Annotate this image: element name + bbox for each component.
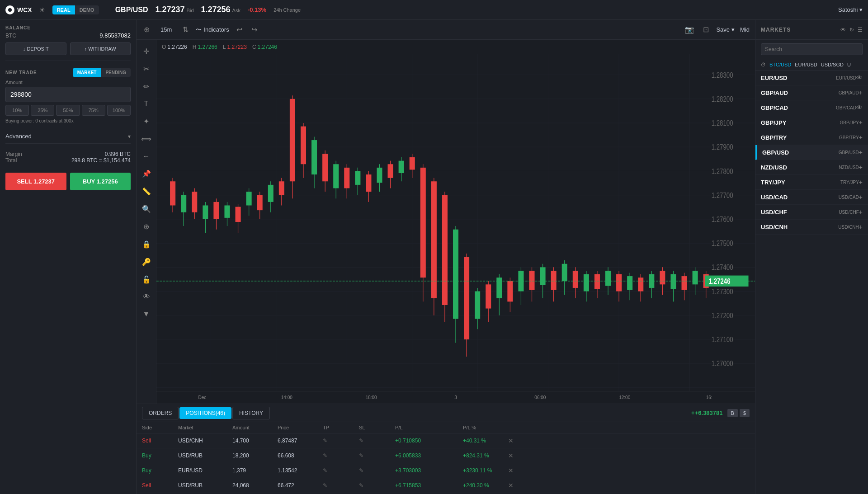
crosshair-tool-icon[interactable]: ✛ xyxy=(137,43,156,59)
pen-tool-icon[interactable]: ✏ xyxy=(137,79,156,94)
svg-text:1.28200: 1.28200 xyxy=(712,94,733,103)
cut-tool-icon[interactable]: ✂ xyxy=(137,61,156,77)
pnl-s-button[interactable]: $ xyxy=(740,409,750,417)
markets-search-input[interactable] xyxy=(761,43,863,55)
compare-icon[interactable]: ⇅ xyxy=(181,24,190,36)
eye-icon[interactable]: 👁 xyxy=(840,27,846,33)
filter-btcusd[interactable]: BTC/USD xyxy=(769,62,791,67)
chart-body: ✛ ✂ ✏ T ✦ ⟺ ← 📌 📏 🔍 ⊕ 🔒 🔑 🔓 👁 ▼ xyxy=(137,40,755,404)
close-row-icon[interactable]: ✕ xyxy=(508,467,526,474)
eye-tool-icon[interactable]: 👁 xyxy=(137,289,156,305)
withdraw-button[interactable]: ↑ WITHDRAW xyxy=(70,42,131,55)
node-tool-icon[interactable]: ⟺ xyxy=(137,131,156,147)
pct-75-button[interactable]: 75% xyxy=(82,105,105,116)
orders-tab[interactable]: ORDERS xyxy=(142,407,179,419)
mid-button[interactable]: Mid xyxy=(740,26,750,33)
zoom-tool-icon[interactable]: 🔍 xyxy=(137,201,156,217)
market-mode-button[interactable]: MARKET xyxy=(73,68,101,77)
sell-button[interactable]: SELL 1.27237 xyxy=(5,173,66,190)
market-item[interactable]: NZD/USD NZD/USD + xyxy=(755,160,868,175)
row-tp[interactable]: ✎ xyxy=(323,467,359,474)
market-name: EUR/USD xyxy=(761,75,833,81)
row-side: Sell xyxy=(142,438,178,444)
save-button[interactable]: Save ▾ xyxy=(716,26,735,33)
svg-rect-56 xyxy=(344,168,349,188)
pct-100-button[interactable]: 100% xyxy=(107,105,131,116)
close-row-icon[interactable]: ✕ xyxy=(508,482,526,489)
row-sl[interactable]: ✎ xyxy=(359,438,395,444)
pct-25-button[interactable]: 25% xyxy=(31,105,54,116)
add-market-icon[interactable]: + xyxy=(859,164,863,171)
undo-icon[interactable]: ↩ xyxy=(235,24,244,36)
add-market-icon[interactable]: + xyxy=(859,223,863,231)
refresh-icon[interactable]: ↻ xyxy=(849,27,854,33)
add-market-icon[interactable]: + xyxy=(859,134,863,141)
market-item[interactable]: USD/CHF USD/CHF + xyxy=(755,205,868,220)
advanced-row[interactable]: Advanced ▾ xyxy=(5,129,131,144)
user-menu[interactable]: Satoshi ▾ xyxy=(838,6,863,13)
menu-icon[interactable]: ☰ xyxy=(858,27,863,33)
pnl-b-button[interactable]: B xyxy=(727,409,738,417)
bid-label: Bid xyxy=(187,8,194,13)
market-item[interactable]: GBP/JPY GBP/JPY + xyxy=(755,115,868,130)
lock-closed-icon[interactable]: 🔒 xyxy=(137,236,156,252)
lock-key-icon[interactable]: 🔑 xyxy=(137,254,156,270)
row-sl[interactable]: ✎ xyxy=(359,482,395,489)
row-tp[interactable]: ✎ xyxy=(323,482,359,489)
lock-open-icon[interactable]: 🔓 xyxy=(137,272,156,287)
timeframe-button[interactable]: 15m xyxy=(157,24,175,35)
magnet-tool-icon[interactable]: ⊕ xyxy=(137,219,156,235)
chart-canvas-wrap[interactable]: 1.28300 1.28200 1.28100 1.27900 1.27800 … xyxy=(156,54,755,391)
add-market-icon[interactable]: + xyxy=(859,149,863,156)
real-mode-button[interactable]: REAL xyxy=(52,5,75,14)
market-item[interactable]: GBP/AUD GBP/AUD + xyxy=(755,85,868,100)
sun-icon[interactable]: ☀ xyxy=(39,6,45,14)
pct-50-button[interactable]: 50% xyxy=(56,105,80,116)
text-tool-icon[interactable]: T xyxy=(137,96,156,112)
market-item[interactable]: GBP/USD GBP/USD + xyxy=(755,145,868,160)
arrow-tool-icon[interactable]: ← xyxy=(137,149,156,164)
watch-market-icon[interactable]: 👁 xyxy=(856,74,863,81)
positions-tab[interactable]: POSITIONS(46) xyxy=(179,407,231,419)
indicators-button[interactable]: 〜 Indicators xyxy=(196,26,229,34)
close-row-icon[interactable]: ✕ xyxy=(508,437,526,444)
add-market-icon[interactable]: + xyxy=(859,119,863,126)
expand-icon[interactable]: ▼ xyxy=(137,306,156,322)
pct-10-button[interactable]: 10% xyxy=(5,105,29,116)
add-market-icon[interactable]: + xyxy=(859,179,863,186)
deposit-button[interactable]: ↓ DEPOSIT xyxy=(5,42,66,55)
amount-input[interactable] xyxy=(5,87,131,102)
filter-eurusd[interactable]: EUR/USD xyxy=(795,62,817,67)
market-item[interactable]: TRY/JPY TRY/JPY + xyxy=(755,175,868,190)
redo-icon[interactable]: ↪ xyxy=(250,24,259,36)
market-item[interactable]: EUR/USD EUR/USD 👁 xyxy=(755,71,868,85)
add-market-icon[interactable]: + xyxy=(859,193,863,201)
row-market: EUR/USD xyxy=(178,467,232,474)
watch-market-icon[interactable]: 👁 xyxy=(856,104,863,111)
camera-icon[interactable]: 📷 xyxy=(683,24,696,36)
bid-price-group: 1.27237 Bid xyxy=(156,5,194,14)
row-sl[interactable]: ✎ xyxy=(359,452,395,459)
buy-button[interactable]: BUY 1.27256 xyxy=(70,173,131,190)
history-tab[interactable]: HISTORY xyxy=(232,407,270,419)
crosshair-icon[interactable]: ⊕ xyxy=(142,24,151,36)
add-market-icon[interactable]: + xyxy=(859,208,863,216)
shape-tool-icon[interactable]: ✦ xyxy=(137,113,156,129)
ruler-tool-icon[interactable]: 📏 xyxy=(137,183,156,199)
demo-mode-button[interactable]: DEMO xyxy=(75,5,99,14)
close-row-icon[interactable]: ✕ xyxy=(508,452,526,459)
market-item[interactable]: USD/CNH USD/CNH + xyxy=(755,220,868,235)
market-item[interactable]: USD/CAD USD/CAD + xyxy=(755,190,868,205)
filter-u[interactable]: U xyxy=(847,62,851,67)
row-sl[interactable]: ✎ xyxy=(359,467,395,474)
time-label-1800: 18:00 xyxy=(329,395,414,400)
pin-tool-icon[interactable]: 📌 xyxy=(137,166,156,182)
pending-mode-button[interactable]: PENDING xyxy=(101,68,131,77)
add-market-icon[interactable]: + xyxy=(859,89,863,96)
market-item[interactable]: GBP/TRY GBP/TRY + xyxy=(755,130,868,145)
fullscreen-icon[interactable]: ⊡ xyxy=(701,24,711,36)
row-tp[interactable]: ✎ xyxy=(323,452,359,459)
market-item[interactable]: GBP/CAD GBP/CAD 👁 xyxy=(755,100,868,115)
filter-usdsgd[interactable]: USD/SGD xyxy=(821,62,844,67)
row-tp[interactable]: ✎ xyxy=(323,438,359,444)
